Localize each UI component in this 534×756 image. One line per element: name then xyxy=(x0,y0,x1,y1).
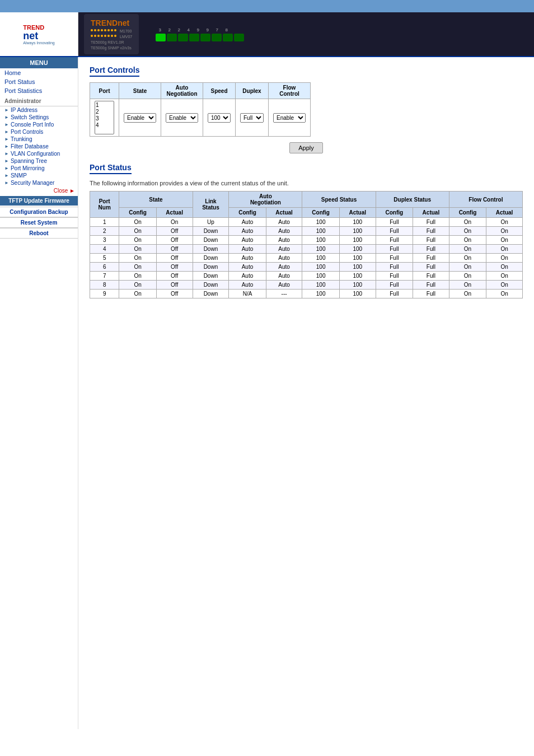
port-light-2 xyxy=(167,34,177,41)
port-num-label: 2 xyxy=(175,27,183,32)
top-bar xyxy=(0,0,534,12)
th-state: State xyxy=(119,83,161,99)
sidebar-item-security[interactable]: ► Security Manager xyxy=(0,179,78,186)
sidebar-item-filter-db[interactable]: ► Filter Database xyxy=(0,143,78,150)
th-auto-config: Config xyxy=(229,208,266,218)
sidebar-item-spanning-tree[interactable]: ► Spanning Tree xyxy=(0,157,78,165)
th-speed-config: Config xyxy=(302,208,339,218)
th-flow-control-group: Flow Control xyxy=(449,192,522,208)
sidebar-item-vlan[interactable]: ► VLAN Configuration xyxy=(0,150,78,157)
table-row: 7OnOffDownAutoAuto100100FullFullOnOn xyxy=(90,272,523,281)
apply-button[interactable]: Apply xyxy=(289,142,323,153)
sidebar-admin-section: Administrator xyxy=(0,96,78,106)
close-button[interactable]: Close ► xyxy=(0,186,78,195)
th-flow: FlowControl xyxy=(269,83,311,99)
port-num-label: 4 xyxy=(184,27,193,32)
port-controls-section: Port Controls Port State AutoNegotiation… xyxy=(90,66,523,153)
header: TREND net Always Innovating TRENDnet M17… xyxy=(0,12,534,57)
port-light-1 xyxy=(156,34,166,41)
sidebar-menu-header: MENU xyxy=(0,57,78,68)
port-light-3 xyxy=(178,34,188,41)
bullet-icon: ► xyxy=(4,151,9,156)
port-select-cell: 1 2 3 4 xyxy=(90,99,119,137)
state-select-cell: Enable Disable xyxy=(119,99,161,137)
th-flow-actual: Actual xyxy=(486,208,523,218)
device-sub-info: TE5000g SNMP v2/v3s xyxy=(91,46,132,50)
logo-trend: TREND xyxy=(23,24,44,31)
sidebar-item-switch-settings[interactable]: ► Switch Settings xyxy=(0,114,78,121)
th-port: Port xyxy=(90,83,119,99)
sidebar-reboot[interactable]: Reboot xyxy=(0,228,78,239)
th-auto-actual: Actual xyxy=(266,208,302,218)
bullet-icon: ► xyxy=(4,129,9,134)
logo-area: TREND net Always Innovating xyxy=(0,12,78,56)
sidebar-item-port-status[interactable]: Port Status xyxy=(0,77,78,86)
port-light-7 xyxy=(223,34,233,41)
port-number-select[interactable]: 1 2 3 4 xyxy=(95,101,114,134)
sidebar-item-console-port[interactable]: ► Console Port Info xyxy=(0,121,78,128)
logo-net: net xyxy=(23,31,38,41)
duplex-select[interactable]: Full Half xyxy=(240,113,264,123)
port-status-table: PortNum State LinkStatus AutoNegotiation… xyxy=(90,191,523,298)
state-select[interactable]: Enable Disable xyxy=(124,113,156,123)
sidebar-reset[interactable]: Reset System xyxy=(0,217,78,228)
device-label-m2: LMV07 xyxy=(120,35,132,39)
bullet-icon: ► xyxy=(4,115,9,120)
th-auto-neg: AutoNegotiation xyxy=(161,83,203,99)
bullet-icon: ► xyxy=(4,108,9,113)
port-num-label: 9 xyxy=(203,27,212,32)
sidebar-item-ip-address[interactable]: ► IP Address xyxy=(0,106,78,114)
device-area: TRENDnet M1700 xyxy=(78,12,534,56)
sidebar-item-snmp[interactable]: ► SNMP xyxy=(0,172,78,179)
device-brand: TRENDnet xyxy=(91,18,129,27)
th-duplex: Duplex xyxy=(236,83,269,99)
th-state-actual: Actual xyxy=(156,208,193,218)
table-row: 5OnOffDownAutoAuto100100FullFullOnOn xyxy=(90,254,523,263)
bullet-icon: ► xyxy=(4,173,9,178)
sidebar-config-backup[interactable]: Configuration Backup xyxy=(0,207,78,217)
bullet-icon: ► xyxy=(4,166,9,171)
th-duplex-actual: Actual xyxy=(413,208,449,218)
th-duplex-config: Config xyxy=(376,208,413,218)
table-row: 3OnOffDownAutoAuto100100FullFullOnOn xyxy=(90,236,523,245)
port-num-label: 7 xyxy=(213,27,221,32)
sidebar-item-home[interactable]: Home xyxy=(0,68,78,77)
port-controls-table: Port State AutoNegotiation Speed Duplex … xyxy=(90,82,311,137)
sidebar-tftp[interactable]: TFTP Update Firmware xyxy=(0,196,78,206)
th-port-num: PortNum xyxy=(90,192,119,218)
th-link-status: LinkStatus xyxy=(193,192,229,218)
sidebar-item-port-statistics[interactable]: Port Statistics xyxy=(0,86,78,95)
bullet-icon: ► xyxy=(4,137,9,142)
sidebar-item-port-mirroring[interactable]: ► Port Mirroring xyxy=(0,165,78,172)
port-controls-title: Port Controls xyxy=(90,66,139,77)
th-auto-neg-group: AutoNegotiation xyxy=(229,192,302,208)
bullet-icon: ► xyxy=(4,122,9,127)
th-state-group: State xyxy=(119,192,193,208)
port-status-title: Port Status xyxy=(90,163,132,174)
auto-neg-select[interactable]: Enable Disable xyxy=(166,113,198,123)
th-speed: Speed xyxy=(203,83,236,99)
port-num-label: 2 xyxy=(165,27,174,32)
port-light-8 xyxy=(234,34,244,41)
speed-select[interactable]: 10 100 xyxy=(208,113,231,123)
flow-select-cell: Enable Disable xyxy=(269,99,311,137)
sidebar-item-port-controls[interactable]: ► Port Controls xyxy=(0,128,78,136)
port-num-label: 3 xyxy=(156,27,164,32)
port-num-label: 9 xyxy=(194,27,202,32)
th-state-config: Config xyxy=(119,208,156,218)
port-status-section: Port Status The following information pr… xyxy=(90,163,523,298)
logo-tagline: Always Innovating xyxy=(23,41,54,45)
table-row: 1OnOnUpAutoAuto100100FullFullOnOn xyxy=(90,218,523,227)
sidebar-item-trunking[interactable]: ► Trunking xyxy=(0,136,78,143)
bullet-icon: ► xyxy=(4,158,9,164)
port-num-label: 8 xyxy=(222,27,231,32)
th-flow-config: Config xyxy=(449,208,486,218)
auto-neg-select-cell: Enable Disable xyxy=(161,99,203,137)
th-speed-actual: Actual xyxy=(339,208,376,218)
th-speed-status-group: Speed Status xyxy=(302,192,376,208)
bullet-icon: ► xyxy=(4,144,9,149)
flow-select[interactable]: Enable Disable xyxy=(273,113,306,123)
th-duplex-status-group: Duplex Status xyxy=(376,192,449,208)
table-row: 4OnOffDownAutoAuto100100FullFullOnOn xyxy=(90,245,523,254)
table-row: 8OnOffDownAutoAuto100100FullFullOnOn xyxy=(90,281,523,290)
